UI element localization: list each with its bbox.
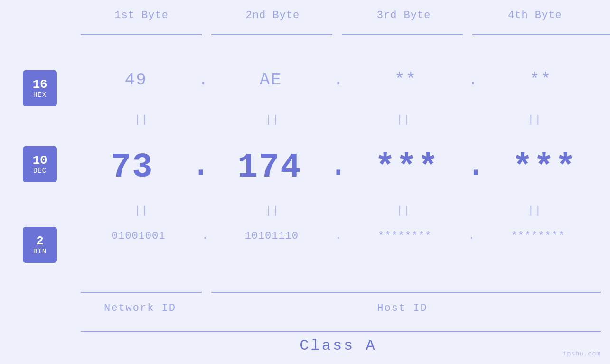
- eq-2-4: ||: [469, 205, 601, 217]
- bracket-line-3: [342, 34, 463, 35]
- byte-headers: 1st Byte 2nd Byte 3rd Byte 4th Byte: [76, 9, 601, 21]
- bin-val-1: 01001001: [76, 230, 201, 242]
- equals-row-2: || || || ||: [76, 205, 601, 217]
- dec-val-4: ***: [488, 148, 601, 187]
- dot-dec-1: .: [188, 146, 213, 189]
- class-a-label: Class A: [76, 337, 601, 355]
- bin-row: 01001001 . 10101110 . ******** . *******…: [76, 230, 601, 242]
- bracket-line-2: [211, 34, 332, 35]
- hex-val-1: 49: [76, 70, 196, 90]
- hex-val-3: **: [346, 70, 466, 90]
- bracket-line-1: [81, 34, 202, 35]
- host-id-label: Host ID: [204, 302, 601, 314]
- dec-val-2: 174: [214, 148, 326, 187]
- network-id-label: Network ID: [76, 302, 204, 314]
- dec-badge-label: DEC: [33, 167, 47, 175]
- bin-val-4: ********: [476, 230, 601, 242]
- hex-val-4: **: [480, 70, 601, 90]
- eq-2-3: ||: [338, 205, 469, 217]
- dec-val-1: 73: [76, 148, 188, 187]
- bin-val-2: 10101110: [209, 230, 334, 242]
- byte-header-4: 4th Byte: [469, 9, 601, 21]
- dot-dec-2: .: [326, 146, 351, 189]
- eq-1-1: ||: [76, 114, 207, 126]
- columns-area: 1st Byte 2nd Byte 3rd Byte 4th Byte 49 .…: [76, 0, 601, 364]
- hex-badge-label: HEX: [33, 91, 47, 99]
- byte-header-2: 2nd Byte: [207, 9, 338, 21]
- dot-bin-1: .: [201, 230, 209, 242]
- dot-hex-2: .: [331, 70, 346, 90]
- eq-1-2: ||: [207, 114, 338, 126]
- hex-badge: 16 HEX: [23, 70, 57, 106]
- bin-badge-num: 2: [36, 234, 44, 248]
- dot-hex-1: .: [196, 70, 211, 90]
- dot-bin-3: .: [467, 230, 475, 242]
- eq-2-1: ||: [76, 205, 207, 217]
- dec-row: 73 . 174 . *** . ***: [76, 146, 601, 189]
- dot-dec-3: .: [463, 146, 488, 189]
- hex-val-2: AE: [211, 70, 331, 90]
- big-bracket: [81, 331, 601, 332]
- eq-2-2: ||: [207, 205, 338, 217]
- hex-row: 49 . AE . ** . **: [76, 70, 601, 90]
- dot-bin-2: .: [334, 230, 342, 242]
- bin-badge: 2 BIN: [23, 227, 57, 263]
- bracket-host: [211, 292, 601, 293]
- watermark: ipshu.com: [563, 350, 601, 357]
- eq-1-3: ||: [338, 114, 469, 126]
- dot-hex-3: .: [466, 70, 481, 90]
- equals-row-1: || || || ||: [76, 114, 601, 126]
- dec-badge-num: 10: [32, 154, 47, 168]
- label-row: Network ID Host ID: [76, 302, 601, 314]
- main-container: 16 HEX 10 DEC 2 BIN 1st Byte 2nd Byte 3r…: [0, 0, 610, 364]
- bracket-network: [81, 292, 202, 293]
- dec-badge: 10 DEC: [23, 146, 57, 182]
- dec-val-3: ***: [351, 148, 463, 187]
- eq-1-4: ||: [469, 114, 601, 126]
- byte-header-3: 3rd Byte: [338, 9, 469, 21]
- bracket-line-4: [472, 34, 610, 35]
- hex-badge-num: 16: [32, 78, 47, 92]
- bin-val-3: ********: [342, 230, 467, 242]
- byte-header-1: 1st Byte: [76, 9, 207, 21]
- bin-badge-label: BIN: [33, 248, 47, 255]
